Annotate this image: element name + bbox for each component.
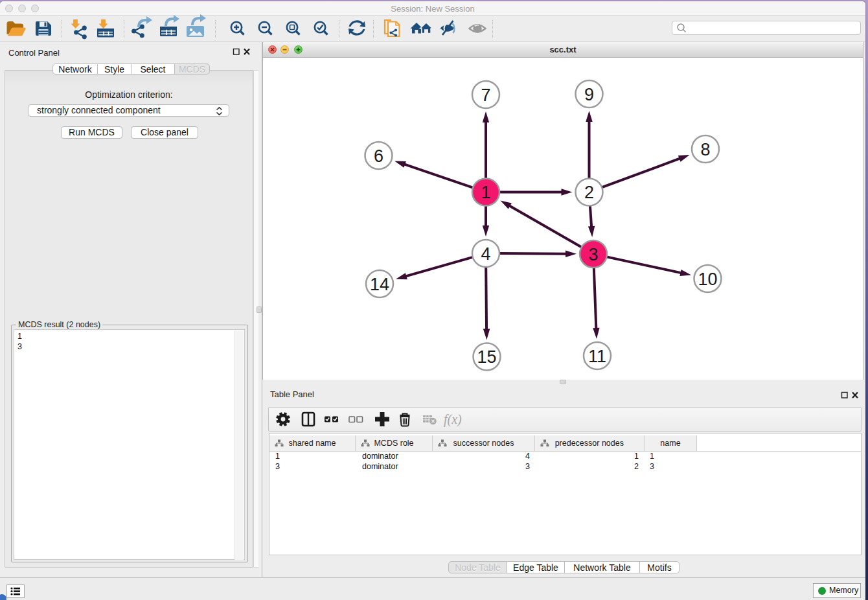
svg-text:4: 4 [481,244,490,264]
svg-text:14: 14 [370,275,389,294]
svg-text:9: 9 [584,85,594,104]
svg-text:7: 7 [481,86,490,105]
svg-text:2: 2 [584,183,594,202]
svg-text:6: 6 [374,146,383,166]
svg-text:f(x): f(x) [444,412,462,427]
svg-text:8: 8 [700,140,710,159]
svg-text:3: 3 [588,245,598,264]
svg-text:15: 15 [477,347,496,367]
svg-text:1: 1 [481,183,490,202]
svg-text:11: 11 [588,347,606,366]
svg-text:10: 10 [698,270,717,289]
